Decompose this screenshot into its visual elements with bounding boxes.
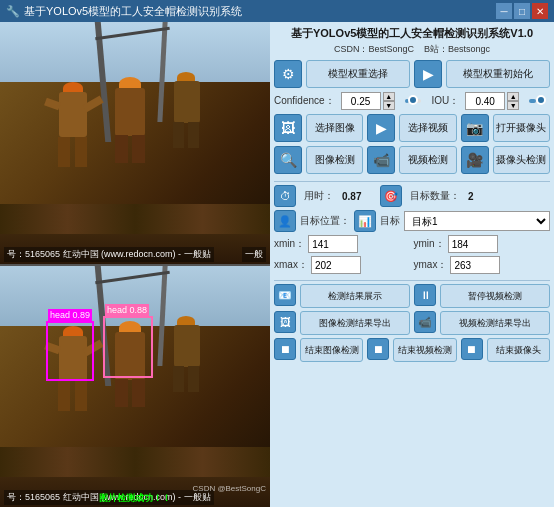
pause-video-button[interactable]: 暂停视频检测 [440,284,550,308]
right-panel: 基于YOLOv5模型的工人安全帽检测识别系统V1.0 CSDN：BestSong… [270,22,554,507]
detection-label-1: head 0.89 [48,309,92,321]
conf-down[interactable]: ▼ [383,101,395,110]
bottom-row-3: ⏹ 结束图像检测 ⏹ 结束视频检测 ⏹ 结束摄像头 [274,338,550,362]
xmax-input[interactable] [311,256,361,274]
divider-2 [274,280,550,281]
time-label: 用时： [304,189,334,203]
author-row: CSDN：BestSongC B站：Bestsongc [274,43,550,56]
export-image-button[interactable]: 图像检测结果导出 [300,311,410,335]
xmin-input[interactable] [308,235,358,253]
video-bottom: head 0.89 head 0.88 号：5165065 红动中国 (www.… [0,264,270,508]
author-bsite: B站：Bestsongc [424,44,490,54]
iou-slider-fill [529,99,536,103]
main-layout: 号：5165065 红动中国 (www.redocn.com) - 一般贴 一般 [0,22,554,507]
end-image-icon[interactable]: ⏹ [274,338,296,360]
video-top: 号：5165065 红动中国 (www.redocn.com) - 一般贴 一般 [0,22,270,264]
target-location-label: 目标位置： [300,214,350,228]
xmin-label: xmin： [274,237,305,251]
confidence-row: Confidence： ▲ ▼ IOU： ▲ ▼ [274,92,550,110]
iou-up[interactable]: ▲ [507,92,519,101]
conf-slider-thumb[interactable] [408,95,418,105]
select-video-icon[interactable]: ▶ [367,114,395,142]
iou-input[interactable] [465,92,505,110]
bottom-row-1: 📧 检测结果展示 ⏸ 暂停视频检测 [274,284,550,308]
bottom-row-2: 🖼 图像检测结果导出 📹 视频检测结果导出 [274,311,550,335]
detect-image-icon[interactable]: 🔍 [274,146,302,174]
iou-label: IOU： [431,94,459,108]
model-init-button[interactable]: 模型权重初始化 [446,60,550,88]
iou-slider-track[interactable] [529,99,546,103]
left-panel: 号：5165065 红动中国 (www.redocn.com) - 一般贴 一般 [0,22,270,507]
detect-video-button[interactable]: 视频检测 [399,146,456,174]
export-image-icon[interactable]: 🖼 [274,311,296,333]
detect-camera-icon[interactable]: 🎥 [461,146,489,174]
close-button[interactable]: ✕ [532,3,548,19]
watermark: CSDN @BestSongC [193,484,266,493]
pause-video-icon[interactable]: ⏸ [414,284,436,306]
xmax-item: xmax： [274,256,411,274]
export-video-icon[interactable]: 📹 [414,311,436,333]
select-image-icon[interactable]: 🖼 [274,114,302,142]
ymax-item: ymax： [414,256,551,274]
xmin-item: xmin： [274,235,411,253]
conf-slider-track[interactable] [405,99,422,103]
detection-box-1: head 0.89 [46,321,94,381]
detection-box-2: head 0.88 [103,316,153,378]
target-location-icon: 👤 [274,210,296,232]
maximize-button[interactable]: □ [514,3,530,19]
video-bg-bot: head 0.89 head 0.88 [0,266,270,508]
detection-label-2: head 0.88 [105,304,149,316]
ymax-label: ymax： [414,258,448,272]
target-count-value: 2 [468,191,498,202]
time-icon: ⏱ [274,185,296,207]
iou-slider-thumb[interactable] [536,95,546,105]
export-video-button[interactable]: 视频检测结果导出 [440,311,550,335]
model-select-button[interactable]: 模型权重选择 [306,60,410,88]
target-count-label: 目标数量： [410,189,460,203]
open-camera-icon[interactable]: 📷 [461,114,489,142]
target-count-icon: 🎯 [380,185,402,207]
ymin-item: ymin： [414,235,551,253]
select-video-button[interactable]: 选择视频 [399,114,456,142]
model-init-icon[interactable]: ▶ [414,60,442,88]
title-text: 基于YOLOv5模型的工人安全帽检测识别系统 [24,4,242,19]
target-chart-icon: 📊 [354,210,376,232]
minimize-button[interactable]: ─ [496,3,512,19]
show-result-button[interactable]: 检测结果展示 [300,284,410,308]
media-buttons-row2: 🔍 图像检测 📹 视频检测 🎥 摄像头检测 [274,146,550,174]
xmax-label: xmax： [274,258,308,272]
end-video-button[interactable]: 结束视频检测 [393,338,456,362]
detect-camera-button[interactable]: 摄像头检测 [493,146,550,174]
ymax-input[interactable] [450,256,500,274]
ymin-input[interactable] [448,235,498,253]
end-image-button[interactable]: 结束图像检测 [300,338,363,362]
media-buttons-row1: 🖼 选择图像 ▶ 选择视频 📷 打开摄像头 [274,114,550,142]
model-section: ⚙ 模型权重选择 ▶ 模型权重初始化 [274,60,550,88]
target-location-row: 👤 目标位置： 📊 目标 目标1 [274,210,550,232]
success-message: 图片检测成功！！ [99,492,171,505]
ymin-label: ymin： [414,237,445,251]
conf-input[interactable] [341,92,381,110]
show-result-icon[interactable]: 📧 [274,284,296,306]
video-caption-top-right: 一般 [242,247,266,262]
end-camera-icon[interactable]: ⏹ [461,338,483,360]
open-camera-button[interactable]: 打开摄像头 [493,114,550,142]
end-camera-button[interactable]: 结束摄像头 [487,338,550,362]
iou-down[interactable]: ▼ [507,101,519,110]
detect-video-icon[interactable]: 📹 [367,146,395,174]
detect-image-button[interactable]: 图像检测 [306,146,363,174]
coord-grid: xmin： ymin： xmax： ymax： [274,235,550,274]
conf-input-group: ▲ ▼ [341,92,395,110]
conf-spinner: ▲ ▼ [383,92,395,110]
select-image-button[interactable]: 选择图像 [306,114,363,142]
video-bg-top [0,22,270,264]
title-bar: 🔧 基于YOLOv5模型的工人安全帽检测识别系统 ─ □ ✕ [0,0,554,22]
conf-label: Confidence： [274,94,335,108]
end-video-icon[interactable]: ⏹ [367,338,389,360]
model-icon[interactable]: ⚙ [274,60,302,88]
stats-row: ⏱ 用时： 0.87 🎯 目标数量： 2 [274,185,550,207]
conf-up[interactable]: ▲ [383,92,395,101]
iou-spinner: ▲ ▼ [507,92,519,110]
target-select[interactable]: 目标1 [404,211,550,231]
app-title: 基于YOLOv5模型的工人安全帽检测识别系统V1.0 [274,26,550,41]
